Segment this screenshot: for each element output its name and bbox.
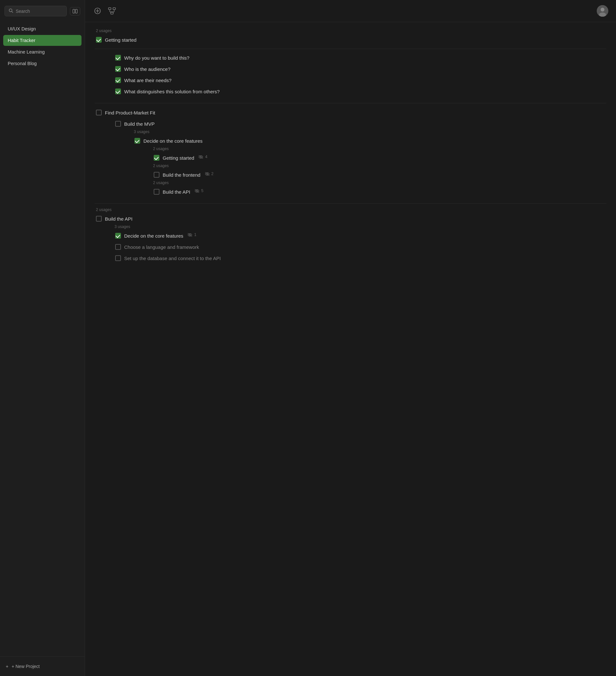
sidebar-item-personal-blog[interactable]: Personal Blog [3,58,82,69]
task-checkbox[interactable] [154,172,159,178]
usages-label: 3 usages [114,224,606,229]
plus-icon: + [6,664,8,669]
task-label: Build the MVP [124,121,155,127]
task-checkbox[interactable] [115,66,121,72]
task-label: Build the frontend [163,172,201,178]
task-label: Decide on the core features [143,137,202,144]
task-group-getting-started: 2 usages Getting started Why do you want… [95,29,606,97]
task-label: Getting started [163,155,194,161]
task-meta: 2 [205,172,214,176]
eye-count: 2 [211,172,214,176]
sidebar-toggle-button[interactable] [70,7,80,15]
usages-label: 2 usages [153,164,606,168]
task-checkbox[interactable] [115,55,121,61]
new-project-label: + New Project [11,664,40,669]
usages-label: 2 usages [96,208,606,212]
task-checkbox[interactable] [115,244,121,250]
task-label: Find Product-Market Fit [105,109,155,116]
search-input-label: Search [16,9,30,14]
sidebar-nav: UI/UX Design Habit Tracker Machine Learn… [0,21,85,657]
indent-block: 3 usages Decide on the core features 1 [114,224,606,241]
eye-count: 5 [201,188,203,193]
usages-getting-started: 2 usages [95,29,606,33]
usages-label: 3 usages [134,129,606,134]
sidebar-item-habit-tracker[interactable]: Habit Tracker [3,35,82,46]
header-left-actions [93,6,117,16]
indent-block: 3 usages Decide on the core features [133,129,606,147]
eye-count: 4 [205,155,207,159]
task-item: Find Product-Market Fit [95,107,606,118]
task-checkbox[interactable] [96,216,102,222]
sidebar-item-uiux[interactable]: UI/UX Design [3,23,82,34]
svg-rect-8 [113,8,115,10]
task-list: 2 usages Getting started Why do you want… [85,22,616,676]
svg-rect-3 [75,9,77,13]
indent-block: 2 usages Build the API 5 [152,180,606,198]
task-checkbox[interactable] [96,37,102,43]
indent-block: 2 usages Getting started 4 [152,147,606,164]
avatar[interactable] [597,5,608,17]
task-checkbox[interactable] [115,121,121,127]
task-checkbox[interactable] [96,110,102,115]
header-right-actions [597,5,608,17]
search-icon [9,8,13,14]
indent-block: 2 usages Build the frontend 2 [152,164,606,180]
task-label: Who is the audience? [124,66,170,72]
svg-rect-9 [111,12,113,14]
svg-line-1 [12,11,13,13]
task-meta: 1 [188,232,196,237]
task-label: Why do you want to build this? [124,55,189,61]
task-item: Build the frontend 2 [152,169,606,180]
section-divider [95,103,606,103]
eye-icon [199,155,203,159]
task-label: What are their needs? [124,77,172,84]
task-item: Build the API [95,213,606,224]
task-checkbox[interactable] [154,155,159,161]
task-label: Choose a language and framework [124,244,199,250]
task-item: Choose a language and framework [114,241,606,253]
task-item: Build the API 5 [152,186,606,198]
task-label: Set up the database and connect it to th… [124,255,221,262]
svg-rect-7 [108,8,111,10]
task-checkbox[interactable] [115,77,121,83]
eye-count: 1 [194,232,196,237]
section-divider [95,203,606,204]
task-group-pmf: Find Product-Market Fit Build the MVP 3 … [95,107,606,198]
task-label: Build the API [105,216,133,222]
eye-icon [188,233,192,237]
main-header [85,0,616,22]
add-button[interactable] [93,6,102,16]
task-item: Getting started [95,34,606,46]
task-label: What distinguishes this solution from ot… [124,88,220,95]
task-checkbox[interactable] [154,189,159,195]
usages-label: 2 usages [96,29,606,33]
svg-point-15 [601,8,605,11]
task-label: Decide on the core features [124,232,183,239]
svg-rect-2 [73,9,75,13]
task-meta: 5 [195,188,203,193]
task-group-build-api: 2 usages Build the API 3 usages Decide o… [95,208,606,264]
task-label: Build the API [163,188,190,195]
task-item: What distinguishes this solution from ot… [114,86,606,97]
task-item: Decide on the core features [133,135,606,147]
usages-label: 2 usages [153,180,606,185]
task-checkbox[interactable] [115,255,121,261]
task-checkbox[interactable] [115,233,121,239]
task-meta: 4 [199,155,207,159]
task-item: Set up the database and connect it to th… [114,253,606,264]
task-item: Who is the audience? [114,63,606,75]
task-item: Build the MVP [114,118,606,129]
sidebar: Search UI/UX Design Habit Tracker Machin… [0,0,85,676]
main-content: 2 usages Getting started Why do you want… [85,0,616,676]
sidebar-header: Search [0,0,85,21]
task-item: Getting started 4 [152,152,606,164]
task-checkbox[interactable] [115,89,121,94]
task-checkbox[interactable] [135,138,140,144]
divider [95,49,606,49]
hierarchy-button[interactable] [107,6,117,16]
eye-icon [195,189,199,193]
new-project-button[interactable]: + + New Project [4,662,41,671]
sidebar-footer: + + New Project [0,657,85,676]
sidebar-item-machine-learning[interactable]: Machine Learning [3,47,82,57]
search-box[interactable]: Search [4,6,67,16]
